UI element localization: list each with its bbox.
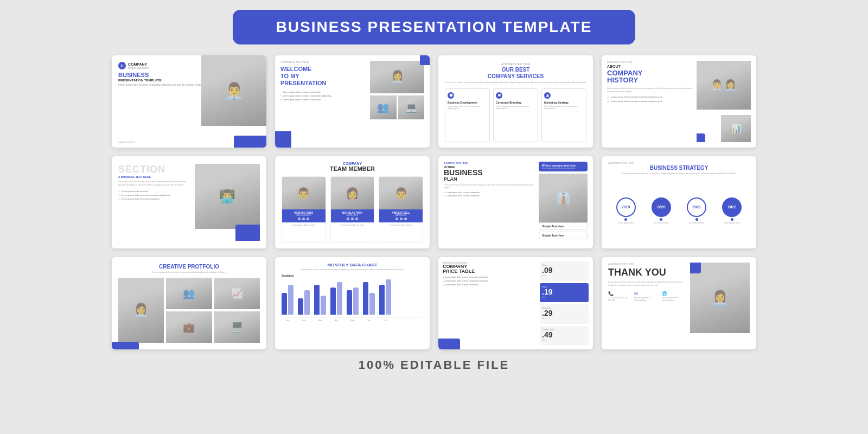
bar-group-mar [314,285,326,315]
slide4-left: A BUSINESS TEXT HERE ABOUT COMPANY HISTO… [607,61,692,142]
bar-mar-2 [321,296,326,315]
slide7-left: A SAMPLE TEXT HERE FUTURE BUSINESS PLAN … [444,162,534,243]
slide10-desc: Lorem ipsum dolor sit amet consectetur a… [282,268,423,271]
slide-business-plan: A SAMPLE TEXT HERE FUTURE BUSINESS PLAN … [438,156,593,248]
bar-apr-2 [337,282,342,315]
member1-info: RICHARD GOSS WEB DESIGNER [282,209,326,222]
slide7-gray2: Simple Text Here [539,232,588,239]
price-big-pro: .49 [542,331,586,339]
slide11-check1: Lorem ipsum dolor sit amet consectetur a… [443,276,535,279]
slide1-footer: website.com/here [118,141,135,143]
slide5-right: 👨‍💻 [195,164,260,241]
slide3-heading: OUR BEST COMPANY SERVICES [445,67,586,80]
member2-info: NICHOLAS PARK DEVELOPER [331,209,374,222]
svg-point-0 [449,94,452,97]
slide7-gray1-title: Simple Text Here [542,225,584,228]
slide4-blue-dot [697,133,705,142]
service-item-1: Business Development Lorem ipsum dolor s… [445,88,490,142]
company-tagline: slogan goes here [128,66,149,69]
slide2-photo-top-person: 👩‍💼 [370,61,424,93]
slide2-bullet3: Lorem ipsum dolor sit amet consectetur [280,98,366,101]
bar-may-2 [353,288,359,315]
member3-social [381,218,420,220]
social-dot [302,218,305,220]
slide-strategy: A BUSINESS TEXT HERE BUSINESS STRATEGY L… [602,156,756,248]
price-big-starter: .09 [542,266,586,274]
slide-thankyou: A BUSINESS TEXT HERE THANK YOU Lorem ips… [602,257,756,349]
member-card-3: 👨 VINCENT BELL MARKETING Lorem ipsum dol… [379,176,423,243]
slide4-right: 👨‍💼👩‍💼 📊 [697,61,751,142]
circle-desc-2021: Lorem ipsum dolor [689,222,705,224]
slide4-photo-small: 📊 [721,115,751,142]
x-label-apr: Apr [330,319,342,322]
slide-cover: G COMPANY slogan goes here BUSINESS PRES… [112,55,266,148]
member2-desc: Lorem ipsum dolor sit amet [339,222,366,228]
slide5-blue-corner [235,225,260,241]
bar-jun-2 [369,293,375,315]
slide3-label: A BUSINESS TEXT HERE [445,63,586,66]
slide9-desc: Lorem ipsum dolor sit amet consectetur a… [118,271,260,273]
x-label-jul: Jul [379,319,391,322]
year-circle-2020: 2020 Lorem ipsum dolor [652,197,671,224]
service-item-3: Marketing Strategy Lorem ipsum dolor sit… [541,88,586,142]
contact-phone-text: +1 (12) 456 789 +1 (12) 456 789 [608,297,630,302]
slide4-biz-label: A BUSINESS TEXT HERE [607,61,692,63]
bar-group-jun [363,282,375,315]
slide2-blue-accent-top [420,55,430,65]
slide2-bullet2: Lorem ipsum dolor sit amet consectetur a… [280,94,366,97]
slide5-biz-tag: A BUSINESS TEXT HERE [118,175,189,178]
slide7-blue-sub: Lorem ipsum dolor sit amet consectetur [542,167,584,169]
bar-mar-1 [314,285,320,315]
slide7-check1: Lorem ipsum dolor sit amet consectetur [444,192,534,194]
member1-social [284,218,323,220]
member2-role: DEVELOPER [333,214,372,216]
slide12-right: 👩‍💼 [690,263,750,344]
circle-year-2021: 2021 [692,205,701,209]
slide2-small: A BUSINESS TEXT HERE [280,61,366,63]
contact-phone: 📞 +1 (12) 456 789 +1 (12) 456 789 [608,291,630,302]
contact-email: ✉ youremail@here To Country Name [634,291,658,302]
slide5-check1: Lorem ipsum dolor sit amet [118,190,189,193]
slide12-biz-label: A BUSINESS TEXT HERE [608,263,686,265]
year-circle-2019: 2019 Lorem ipsum dolor [616,197,636,224]
member3-info: VINCENT BELL MARKETING [379,209,423,222]
slide6-team-title: TEAM MEMBER [282,165,423,172]
price-card-standard: Standard .29 /mo [540,304,589,324]
slide-team: COMPANY TEAM MEMBER 👨 RICHARD GOSS WEB D… [275,156,430,248]
social-dot [404,218,407,220]
circle-dot-2019 [624,218,627,221]
slide6-header: COMPANY TEAM MEMBER [282,162,423,172]
bar-jan-2 [288,285,293,315]
circle-2022: 2022 [722,197,742,217]
slide4-history: COMPANY HISTORY [607,69,692,84]
circle-year-2019: 2019 [622,205,630,209]
slide-portfolio: CREATIVE PROTFOLIO Lorem ipsum dolor sit… [112,257,266,349]
service-title-1: Business Development [448,101,487,104]
social-dot [355,218,358,220]
service-item-2: Corporate Branding Lorem ipsum dolor sit… [493,88,538,142]
circle-2021: 2021 [687,197,706,217]
circle-dot-2021 [695,218,698,221]
footer-text: 100% EDITABLE FILE [359,358,510,372]
slide2-photo-grid: 👥 💻 [370,95,424,142]
member-card-1: 👨 RICHARD GOSS WEB DESIGNER Lorem ipsum … [282,176,326,243]
service-title-2: Corporate Branding [496,101,535,104]
slide7-blue-box: Write a business text here Lorem ipsum d… [539,162,588,171]
price-card-starter: Starter .09 /mo [540,261,589,281]
social-dot [298,218,301,220]
slide12-contacts: 📞 +1 (12) 456 789 +1 (12) 456 789 ✉ your… [608,291,686,302]
service-icon-3 [544,92,551,99]
member2-social [333,218,372,220]
slide7-check2: Lorem ipsum dolor sit amet consectetur [444,195,534,197]
slide2-photo-sm1: 👥 [370,95,397,119]
circle-year-2020: 2020 [657,205,666,209]
slide5-section-word: SECTION [118,164,189,175]
bar-may-1 [347,290,352,315]
circle-desc-2022: Lorem ipsum dolor [724,222,740,224]
service-desc-3: Lorem ipsum dolor sit amet consectetur a… [544,105,584,110]
price-card-basic: Basic .19 /mo [540,283,589,303]
bar-jan-1 [282,293,287,315]
service-icon-2 [496,92,502,99]
slide11-blue-corner [438,339,460,349]
service-title-3: Marketing Strategy [544,101,584,104]
